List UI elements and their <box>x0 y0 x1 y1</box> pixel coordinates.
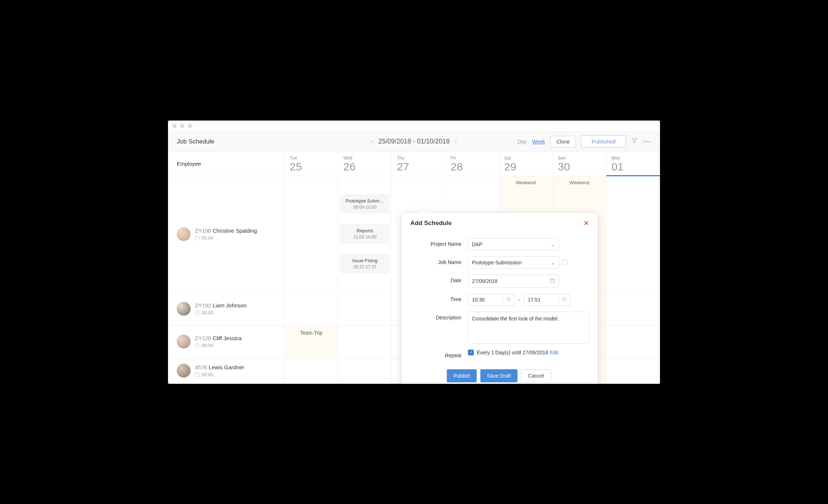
job-select[interactable]: Prototype Submission ⌄ <box>468 256 559 269</box>
view-toggle: Day Week <box>518 139 545 145</box>
employee-row: ZY126 Cliff Jessica 00:00 <box>168 326 285 358</box>
employee-name: ZY198 Christine Spalding <box>195 228 257 234</box>
publish-button[interactable]: Publish <box>447 369 477 382</box>
project-select[interactable]: DAP ⌄ <box>468 238 559 251</box>
employee-row: 4576 Lewis Gardner 00:00 <box>168 358 285 384</box>
chevron-left-icon[interactable]: ‹ <box>371 138 373 145</box>
employee-hours: 00:00 <box>195 343 242 348</box>
day-cell[interactable] <box>285 176 338 293</box>
time-separator: - <box>518 296 521 303</box>
form-row-job: Job Name Prototype Submission ⌄ <box>410 256 589 269</box>
day-cell[interactable]: Prototype Subm…09:00-10:00 Reports11:00-… <box>338 176 392 293</box>
employee-hours: 00:00 <box>195 310 247 315</box>
avatar <box>177 335 191 349</box>
chevron-right-icon[interactable]: › <box>455 138 457 145</box>
window-maximize-icon[interactable] <box>188 124 192 128</box>
clock-icon <box>195 236 200 240</box>
day-header-wed[interactable]: Wed26 <box>338 152 392 176</box>
avatar <box>177 302 191 316</box>
job-checkbox[interactable] <box>562 260 567 265</box>
day-header-sun[interactable]: Sun30 <box>553 152 606 176</box>
clock-icon <box>195 372 200 377</box>
svg-rect-0 <box>550 279 554 283</box>
save-draft-button[interactable]: Save Draft <box>480 369 518 382</box>
calendar-icon <box>550 278 555 284</box>
popover-title: Add Schedule <box>410 220 452 227</box>
window-minimize-icon[interactable] <box>180 124 184 128</box>
day-cell[interactable] <box>338 358 392 384</box>
date-range-text: 25/09/2018 - 01/10/2018 <box>378 138 450 145</box>
time-from-input[interactable]: 10:30 <box>468 294 503 306</box>
employee-info: 4576 Lewis Gardner 00:00 <box>195 364 244 377</box>
description-textarea[interactable]: Consolidate the first look of the model. <box>468 312 589 344</box>
time-to-input[interactable]: 17:51 <box>524 294 559 306</box>
repeat-edit-link[interactable]: Edit <box>550 350 558 355</box>
toolbar-right: Day Week Clone Published ••• <box>518 135 651 148</box>
day-cell[interactable] <box>285 358 338 384</box>
view-day[interactable]: Day <box>518 139 527 145</box>
add-schedule-popover: Add Schedule ✕ Project Name DAP ⌄ Job Na… <box>401 212 598 387</box>
page-title: Job Schedule <box>177 138 214 145</box>
day-cell[interactable] <box>606 358 660 384</box>
employee-hours: 00:00 <box>195 372 244 377</box>
popover-form: Project Name DAP ⌄ Job Name Prototype Su… <box>402 230 598 387</box>
day-cell[interactable] <box>606 176 660 293</box>
repeat-checkbox[interactable]: ✓ <box>468 350 474 355</box>
repeat-label: Repeat <box>410 350 461 358</box>
app-window: Job Schedule ‹ 25/09/2018 - 01/10/2018 ›… <box>164 117 664 387</box>
popover-actions: Publish Save Draft Cancel <box>410 364 589 387</box>
task-card[interactable]: Reports11:00-14:00 <box>340 224 389 243</box>
published-button[interactable]: Published <box>581 135 626 148</box>
window-titlebar <box>168 121 660 131</box>
cancel-button[interactable]: Cancel <box>521 369 551 382</box>
day-cell[interactable] <box>606 293 660 326</box>
clone-button[interactable]: Clone <box>550 136 576 147</box>
date-input[interactable]: 27/09/2018 <box>468 275 559 288</box>
employee-header: Employee <box>168 152 285 176</box>
form-row-project: Project Name DAP ⌄ <box>410 238 589 251</box>
form-row-repeat: Repeat ✓ Every 1 Day(s) until 27/09/2018… <box>410 350 589 358</box>
task-card[interactable]: Issue Fixing16:37-17:37 <box>340 254 389 273</box>
toolbar: Job Schedule ‹ 25/09/2018 - 01/10/2018 ›… <box>168 131 660 152</box>
day-header-thu[interactable]: Thu27 <box>392 152 445 176</box>
clock-icon <box>195 343 200 348</box>
clock-icon <box>195 310 200 315</box>
day-cell[interactable] <box>285 293 338 326</box>
date-range-nav: ‹ 25/09/2018 - 01/10/2018 › <box>371 138 457 145</box>
clock-icon[interactable] <box>503 294 515 306</box>
clock-icon[interactable] <box>559 294 570 306</box>
project-label: Project Name <box>410 238 461 247</box>
day-header-tue[interactable]: Tue25 <box>285 152 338 176</box>
task-card[interactable]: Prototype Subm…09:00-10:00 <box>340 194 389 213</box>
day-cell[interactable] <box>606 326 660 358</box>
employee-name: ZY192 Liam Johnson <box>195 302 247 308</box>
form-row-description: Description Consolidate the first look o… <box>410 312 589 344</box>
day-cell[interactable] <box>338 293 392 326</box>
date-label: Date <box>410 275 461 283</box>
day-cell[interactable] <box>338 326 392 358</box>
chevron-down-icon: ⌄ <box>551 241 555 247</box>
close-icon[interactable]: ✕ <box>583 219 589 227</box>
window-close-icon[interactable] <box>172 124 177 128</box>
popover-header: Add Schedule ✕ <box>402 213 598 230</box>
chevron-down-icon: ⌄ <box>551 260 555 265</box>
employee-info: ZY126 Cliff Jessica 00:00 <box>195 335 242 348</box>
avatar <box>177 364 191 378</box>
day-header-fri[interactable]: Fri28 <box>445 152 499 176</box>
avatar <box>177 227 191 241</box>
day-header-sat[interactable]: Sat29 <box>499 152 553 176</box>
form-row-time: Time 10:30 - 17:51 <box>410 294 589 306</box>
employee-info: ZY192 Liam Johnson 00:00 <box>195 302 247 315</box>
employee-info: ZY198 Christine Spalding 05:00 <box>195 228 257 241</box>
employee-hours: 05:00 <box>195 235 257 241</box>
filter-icon[interactable] <box>631 137 638 146</box>
view-week[interactable]: Week <box>532 139 545 145</box>
employee-name: 4576 Lewis Gardner <box>195 364 244 370</box>
day-cell-team-trip[interactable]: Team Trip <box>285 326 338 358</box>
repeat-text: Every 1 Day(s) until 27/09/2018 Edit <box>477 350 558 355</box>
job-label: Job Name <box>410 256 461 265</box>
time-label: Time <box>410 294 461 302</box>
more-icon[interactable]: ••• <box>643 138 651 145</box>
employee-row: ZY198 Christine Spalding 05:00 <box>168 176 285 293</box>
day-header-mon[interactable]: Mon01 <box>606 152 660 176</box>
